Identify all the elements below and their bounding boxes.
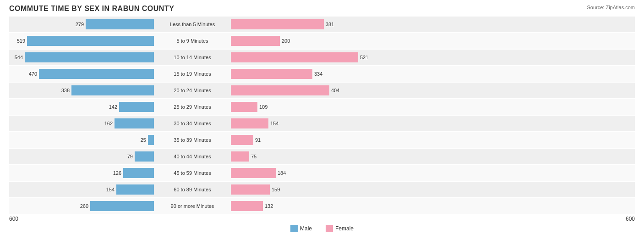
chart-title: COMMUTE TIME BY SEX IN RABUN COUNTY — [9, 5, 635, 13]
row-label: 90 or more Minutes — [156, 203, 229, 209]
female-bar — [231, 168, 276, 178]
row-label: Less than 5 Minutes — [156, 22, 229, 27]
right-section: 75 — [229, 151, 376, 162]
chart-container: COMMUTE TIME BY SEX IN RABUN COUNTY Sour… — [0, 0, 644, 240]
male-bar — [86, 19, 154, 29]
male-value: 25 — [132, 137, 146, 143]
chart-row: 126 45 to 59 Minutes 184 — [9, 165, 635, 181]
male-bar — [119, 102, 154, 112]
female-bar — [231, 201, 263, 211]
chart-body: 279 Less than 5 Minutes 381 519 5 to 9 M… — [9, 17, 635, 215]
source-text: Source: ZipAtlas.com — [587, 5, 635, 10]
row-label: 15 to 19 Minutes — [156, 71, 229, 77]
right-section: 132 — [229, 201, 376, 211]
left-section: 544 — [9, 52, 156, 62]
left-section: 162 — [9, 118, 156, 128]
female-bar — [231, 19, 324, 29]
left-section: 279 — [9, 19, 156, 29]
chart-row: 79 40 to 44 Minutes 75 — [9, 149, 635, 164]
row-label: 5 to 9 Minutes — [156, 38, 229, 44]
female-value: 159 — [272, 187, 280, 192]
left-section: 519 — [9, 36, 156, 46]
female-value: 184 — [278, 170, 286, 176]
row-label: 35 to 39 Minutes — [156, 137, 229, 143]
axis-right-label: 600 — [626, 216, 635, 222]
chart-row: 25 35 to 39 Minutes 91 — [9, 132, 635, 148]
male-value: 142 — [104, 104, 117, 110]
axis-left-label: 600 — [9, 216, 18, 222]
female-value: 521 — [360, 55, 368, 60]
left-section: 154 — [9, 184, 156, 195]
female-value: 334 — [314, 71, 322, 77]
right-section: 109 — [229, 102, 376, 112]
male-value: 260 — [75, 203, 88, 209]
female-bar — [231, 52, 358, 62]
right-section: 200 — [229, 36, 376, 46]
male-value: 162 — [99, 121, 113, 126]
row-label: 40 to 44 Minutes — [156, 154, 229, 159]
chart-row: 154 60 to 89 Minutes 159 — [9, 182, 635, 197]
male-bar — [115, 118, 154, 128]
legend-female-label: Female — [335, 225, 354, 232]
right-section: 334 — [229, 69, 376, 79]
left-section: 338 — [9, 85, 156, 95]
legend-male: Male — [290, 225, 312, 232]
female-bar — [231, 184, 270, 195]
chart-row: 519 5 to 9 Minutes 200 — [9, 33, 635, 49]
row-label: 45 to 59 Minutes — [156, 170, 229, 176]
female-bar — [231, 69, 312, 79]
female-value: 381 — [326, 22, 334, 27]
male-bar — [148, 135, 154, 145]
chart-row: 470 15 to 19 Minutes 334 — [9, 66, 635, 82]
female-bar — [231, 36, 280, 46]
row-label: 20 to 24 Minutes — [156, 88, 229, 93]
legend-female: Female — [326, 225, 354, 232]
male-bar — [135, 151, 154, 162]
right-section: 521 — [229, 52, 376, 62]
left-section: 79 — [9, 151, 156, 162]
right-section: 381 — [229, 19, 376, 29]
female-bar — [231, 102, 257, 112]
male-bar — [39, 69, 154, 79]
female-value: 132 — [265, 203, 273, 209]
female-bar — [231, 85, 329, 95]
female-value: 200 — [282, 38, 290, 44]
left-section: 126 — [9, 168, 156, 178]
female-value: 154 — [270, 121, 278, 126]
male-value: 470 — [23, 71, 37, 77]
male-bar — [123, 168, 154, 178]
male-value: 126 — [108, 170, 121, 176]
legend-male-label: Male — [300, 225, 312, 232]
chart-row: 338 20 to 24 Minutes 404 — [9, 83, 635, 98]
chart-row: 162 30 to 34 Minutes 154 — [9, 116, 635, 131]
chart-row: 544 10 to 14 Minutes 521 — [9, 50, 635, 65]
left-section: 260 — [9, 201, 156, 211]
female-value: 75 — [251, 154, 257, 159]
chart-row: 260 90 or more Minutes 132 — [9, 198, 635, 214]
right-section: 91 — [229, 135, 376, 145]
female-value: 109 — [259, 104, 267, 110]
right-section: 154 — [229, 118, 376, 128]
chart-row: 142 25 to 29 Minutes 109 — [9, 99, 635, 115]
male-bar — [25, 52, 154, 62]
row-label: 60 to 89 Minutes — [156, 187, 229, 192]
right-section: 159 — [229, 184, 376, 195]
legend: Male Female — [9, 225, 635, 232]
row-label: 25 to 29 Minutes — [156, 104, 229, 110]
male-bar — [90, 201, 154, 211]
male-value: 279 — [70, 22, 84, 27]
chart-row: 279 Less than 5 Minutes 381 — [9, 17, 635, 32]
right-section: 184 — [229, 168, 376, 178]
left-section: 470 — [9, 69, 156, 79]
female-value: 91 — [255, 137, 261, 143]
female-value: 404 — [331, 88, 339, 93]
male-value: 544 — [9, 55, 23, 60]
row-label: 10 to 14 Minutes — [156, 55, 229, 60]
male-value: 519 — [11, 38, 25, 44]
male-value: 79 — [119, 154, 133, 159]
female-bar — [231, 118, 268, 128]
legend-female-box — [326, 225, 333, 232]
male-value: 338 — [56, 88, 70, 93]
left-section: 25 — [9, 135, 156, 145]
left-section: 142 — [9, 102, 156, 112]
